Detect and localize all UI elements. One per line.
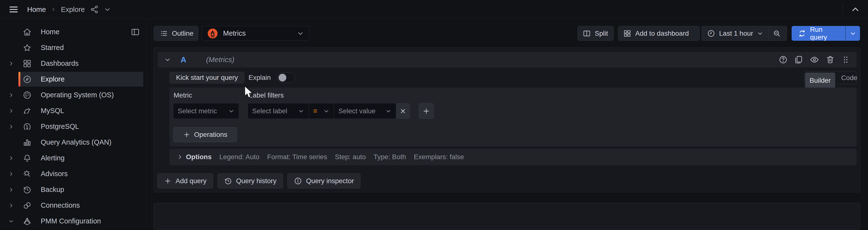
add-operations-button[interactable]: Operations	[173, 127, 237, 142]
kick-start-label: Kick start your query	[176, 74, 238, 82]
toggle-knob	[279, 74, 286, 82]
options-exemplars: Exemplars: false	[414, 153, 464, 161]
select-label-placeholder: Select label	[252, 107, 287, 115]
split-columns-icon	[583, 29, 591, 38]
plus-icon	[183, 131, 190, 138]
code-mode-button[interactable]: Code	[836, 73, 863, 83]
split-button[interactable]: Split	[578, 26, 614, 41]
add-label-filter-button[interactable]	[419, 103, 434, 119]
remove-filter-button[interactable]	[396, 103, 410, 119]
time-range-button[interactable]: Last 1 hour	[702, 26, 769, 40]
chevron-right-icon[interactable]	[6, 92, 16, 98]
run-query-button[interactable]: Run query	[792, 26, 845, 41]
breadcrumb-explore[interactable]: Explore	[61, 6, 85, 13]
query-history-button[interactable]: Query history	[217, 173, 283, 189]
kick-start-query-button[interactable]: Kick start your query	[169, 72, 244, 83]
sidebar-item-label: MySQL	[41, 107, 64, 115]
query-inspector-label: Query inspector	[306, 177, 354, 185]
history-icon	[22, 185, 32, 194]
datasource-picker[interactable]: Metrics	[202, 26, 309, 41]
help-button[interactable]	[778, 55, 788, 64]
options-title: Options	[186, 153, 212, 161]
sidebar-item-mysql[interactable]: MySQL	[0, 103, 146, 119]
bell-icon	[22, 153, 32, 163]
add-to-dashboard-button[interactable]: Add to dashboard	[618, 26, 700, 41]
options-legend: Legend: Auto	[219, 153, 259, 161]
duplicate-query-button[interactable]	[794, 55, 803, 64]
operator-dropdown[interactable]: =	[309, 103, 334, 119]
explain-toggle[interactable]	[277, 73, 295, 83]
label-filter-group: Select label = Select value	[248, 103, 410, 119]
collapse-topbar-button[interactable]	[849, 3, 862, 16]
builder-mode-button[interactable]: Builder	[805, 73, 835, 88]
select-value-dropdown[interactable]: Select value	[334, 103, 396, 119]
sidebar-item-label: PostgreSQL	[41, 122, 79, 131]
sidebar-item-label: Advisors	[41, 170, 68, 178]
apps-grid-icon	[22, 59, 32, 68]
chevron-right-icon[interactable]	[6, 171, 16, 177]
sidebar-item-dashboards[interactable]: Dashboards	[0, 56, 146, 71]
query-options-collapsible[interactable]: Options Legend: Auto Format: Time series…	[169, 149, 857, 165]
time-range-label: Last 1 hour	[719, 30, 753, 37]
zoom-out-time-button[interactable]	[769, 26, 785, 40]
explore-page: Home Explore Home Starred Dashboards	[0, 0, 868, 230]
sidebar-item-postgresql[interactable]: PostgreSQL	[0, 119, 146, 135]
drag-handle-icon[interactable]	[841, 55, 850, 64]
pmm-gem-icon	[22, 217, 32, 226]
chevron-right-icon[interactable]	[6, 108, 16, 114]
chevron-right-icon[interactable]	[6, 61, 16, 66]
sidebar-item-backup[interactable]: Backup	[0, 182, 146, 198]
dock-menu-button[interactable]	[131, 27, 140, 37]
run-query-caret-button[interactable]	[846, 26, 860, 41]
sidebar-item-starred[interactable]: Starred	[0, 40, 146, 56]
chevron-right-icon[interactable]	[6, 203, 16, 208]
query-ref-id: A	[181, 55, 186, 64]
sidebar-item-home[interactable]: Home	[0, 24, 146, 40]
chevron-up-icon	[850, 5, 860, 14]
sidebar-item-explore[interactable]: Explore	[0, 71, 146, 87]
breadcrumb: Home Explore	[27, 0, 111, 19]
chevron-down-icon	[297, 30, 304, 37]
add-to-dashboard-label: Add to dashboard	[635, 30, 689, 37]
share-shortcut-button[interactable]	[90, 5, 99, 14]
toggle-visibility-button[interactable]	[810, 55, 819, 64]
query-inspector-button[interactable]: Query inspector	[287, 173, 361, 189]
chevron-down-icon[interactable]	[6, 218, 16, 224]
apps-grid-icon	[623, 29, 631, 38]
topbar-right	[842, 0, 862, 19]
query-row-header[interactable]: A (Metrics)	[158, 52, 857, 67]
select-label-dropdown[interactable]: Select label	[248, 103, 309, 119]
sidebar-item-pmm-configuration[interactable]: PMM Configuration	[0, 213, 146, 229]
sidebar-item-connections[interactable]: Connections	[0, 198, 146, 213]
outline-button[interactable]: Outline	[154, 26, 198, 41]
query-datasource-hint: (Metrics)	[206, 56, 235, 64]
sidebar-item-label: Home	[41, 28, 59, 36]
sidebar-item-alerting[interactable]: Alerting	[0, 150, 146, 166]
query-builder-panel: Metric Label filters Select metric Selec…	[169, 88, 857, 147]
chevron-right-icon[interactable]	[6, 155, 16, 161]
chevron-right-icon[interactable]	[6, 187, 16, 193]
operations-label: Operations	[194, 131, 227, 139]
sidebar-item-advisors[interactable]: Advisors	[0, 166, 146, 182]
split-label: Split	[595, 30, 608, 37]
sidebar-item-query-analytics[interactable]: Query Analytics (QAN)	[0, 135, 146, 150]
sidebar-item-label: Alerting	[41, 154, 64, 162]
explain-label: Explain	[249, 74, 271, 82]
sidebar-item-operating-system[interactable]: Operating System (OS)	[0, 87, 146, 103]
breadcrumb-caret-down-icon[interactable]	[104, 6, 111, 13]
chevron-down-icon	[385, 108, 392, 114]
mega-menu-button[interactable]	[6, 4, 21, 15]
chevron-down-icon	[228, 108, 235, 114]
history-icon	[224, 177, 232, 185]
chevron-down-icon	[757, 30, 763, 37]
select-metric-dropdown[interactable]: Select metric	[173, 103, 239, 119]
select-value-placeholder: Select value	[338, 107, 376, 115]
chevron-right-icon[interactable]	[6, 124, 16, 130]
delete-query-button[interactable]	[826, 55, 835, 64]
sidebar-item-label: Backup	[41, 185, 64, 194]
breadcrumb-home[interactable]: Home	[27, 6, 46, 13]
options-format: Format: Time series	[267, 153, 327, 161]
add-query-button[interactable]: Add query	[157, 173, 213, 189]
compass-icon	[22, 75, 32, 84]
operator-value: =	[313, 107, 317, 115]
